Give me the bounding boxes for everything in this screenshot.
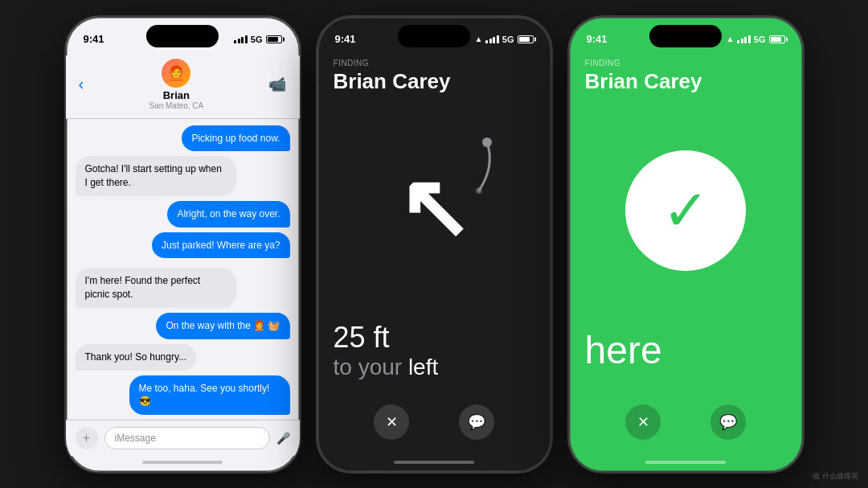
message-icon-right: 💬 xyxy=(719,413,737,431)
microphone-button[interactable]: 🎤 xyxy=(276,432,290,445)
close-button-middle[interactable]: ✕ xyxy=(374,404,409,440)
signal-bar-m4 xyxy=(497,35,499,43)
direction-pre: to your xyxy=(334,355,403,379)
compass-area: ↖ xyxy=(317,94,551,321)
location-arrow-icon-right: ▲ xyxy=(726,35,734,43)
signal-bar-r1 xyxy=(737,40,739,43)
network-label-left: 5G xyxy=(251,35,263,44)
phone-found: 9:41 ▲ 5G FINDING Brian Carey xyxy=(567,15,805,474)
checkmark-circle: ✓ xyxy=(625,150,746,271)
message-bubble-6: On the way with the 🧑‍🦰 🧺 xyxy=(156,313,289,339)
message-button-right[interactable]: 💬 xyxy=(710,404,746,440)
found-action-buttons: ✕ 💬 xyxy=(569,396,803,456)
home-indicator-middle xyxy=(394,461,474,464)
phone-messages: 9:41 5G ‹ xyxy=(64,15,301,474)
checkmark-icon: ✓ xyxy=(662,182,710,239)
network-label-middle: 5G xyxy=(502,35,514,44)
signal-bar-r2 xyxy=(741,39,743,43)
message-bubble-3: Alright, on the way over. xyxy=(167,201,289,228)
close-button-right[interactable]: ✕ xyxy=(625,404,661,440)
add-attachment-button[interactable]: + xyxy=(76,427,98,449)
distance-value: 25 ft xyxy=(334,321,535,355)
dynamic-island-left xyxy=(146,25,219,47)
battery-right xyxy=(769,35,785,43)
signal-bar-r4 xyxy=(748,35,751,43)
home-indicator-right xyxy=(645,461,726,464)
battery-middle xyxy=(518,35,534,43)
signal-bar-m3 xyxy=(493,37,495,43)
home-indicator-left xyxy=(142,461,223,464)
messages-header: ‹ 🧑‍🦰 Brian San Mateo, CA 📹 xyxy=(66,55,300,119)
time-left: 9:41 xyxy=(84,33,104,45)
signal-bar-m1 xyxy=(485,40,488,43)
checkmark-area: ✓ xyxy=(569,94,803,328)
network-label-right: 5G xyxy=(754,35,766,44)
signal-bar-2 xyxy=(238,39,240,43)
time-middle: 9:41 xyxy=(335,33,356,45)
signal-bar-m2 xyxy=(489,39,492,43)
message-bubble-8: Me too, haha. See you shortly! 😎 xyxy=(129,375,290,416)
signal-bar-1 xyxy=(234,40,236,43)
message-input-bar: + iMessage 🎤 xyxy=(66,420,300,456)
contact-location: San Mateo, CA xyxy=(149,101,203,110)
signal-bar-r3 xyxy=(744,37,747,43)
chevron-left-icon: ‹ xyxy=(79,75,84,93)
video-call-button[interactable]: 📹 xyxy=(268,76,286,93)
direction-arrow: ↖ xyxy=(397,156,471,259)
message-bubble-2: Gotcha! I'll start setting up when I get… xyxy=(76,156,236,196)
messages-list: Picking up food now. Gotcha! I'll start … xyxy=(66,119,300,420)
avatar-emoji: 🧑‍🦰 xyxy=(167,64,185,82)
findmy-action-buttons: ✕ 💬 xyxy=(317,396,551,456)
dynamic-island-middle xyxy=(398,25,470,47)
signal-bar-3 xyxy=(241,37,244,43)
back-button[interactable]: ‹ xyxy=(79,75,84,93)
status-icons-right: ▲ 5G xyxy=(726,35,784,44)
phones-container: 9:41 5G ‹ xyxy=(64,0,805,488)
signal-bar-4 xyxy=(245,35,248,43)
phone-findmy-direction: 9:41 ▲ 5G FINDING Brian Carey xyxy=(316,15,553,474)
dynamic-island-right xyxy=(649,25,722,47)
message-button-middle[interactable]: 💬 xyxy=(459,404,494,440)
here-text: here xyxy=(569,328,803,396)
message-text-input[interactable]: iMessage xyxy=(104,427,270,449)
person-name-right: Brian Carey xyxy=(569,68,803,94)
message-bubble-4: Just parked! Where are ya? xyxy=(152,232,289,259)
battery-left xyxy=(266,35,282,43)
svg-point-1 xyxy=(476,187,482,194)
signal-bars-right xyxy=(737,35,751,43)
status-icons-left: 5G xyxy=(234,35,281,44)
message-icon-middle: 💬 xyxy=(468,413,485,431)
status-icons-middle: ▲ 5G xyxy=(474,35,533,44)
distance-direction: to your left xyxy=(334,355,535,380)
message-bubble-7: Thank you! So hungry... xyxy=(76,344,197,371)
finding-label-right: FINDING xyxy=(569,55,803,68)
contact-name: Brian xyxy=(149,89,203,101)
contact-info: 🧑‍🦰 Brian San Mateo, CA xyxy=(149,59,203,110)
signal-bars-middle xyxy=(485,35,499,43)
direction-bold: left xyxy=(408,355,438,379)
contact-avatar: 🧑‍🦰 xyxy=(162,59,190,88)
distance-info: 25 ft to your left xyxy=(317,321,551,396)
location-arrow-icon: ▲ xyxy=(474,35,482,43)
message-bubble-1: Picking up food now. xyxy=(182,125,289,152)
person-name-middle: Brian Carey xyxy=(317,68,551,94)
time-right: 9:41 xyxy=(587,33,608,45)
signal-bars-left xyxy=(234,35,248,43)
finding-label-middle: FINDING xyxy=(317,55,551,68)
svg-point-0 xyxy=(482,137,492,147)
message-bubble-5: I'm here! Found the perfect picnic spot. xyxy=(76,268,236,308)
watermark: 值 什么值得买 xyxy=(813,471,858,482)
